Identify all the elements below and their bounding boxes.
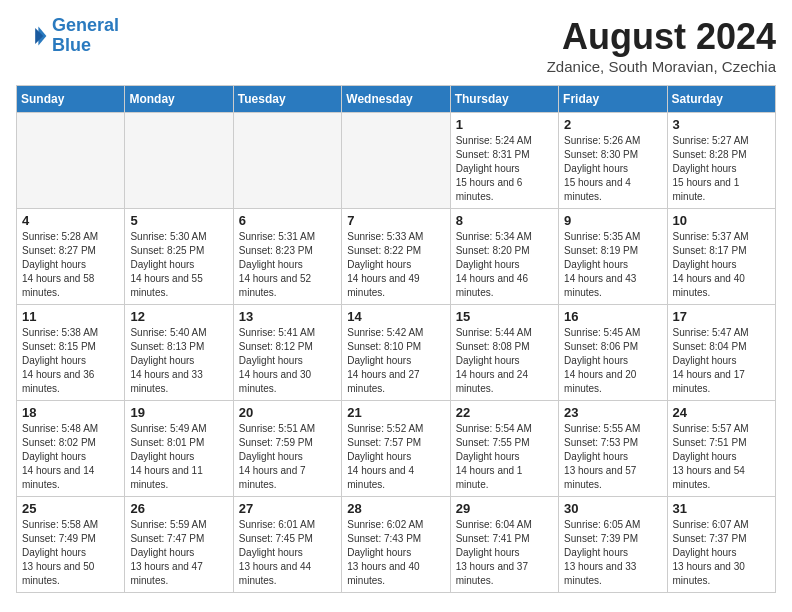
- day-header-friday: Friday: [559, 86, 667, 113]
- calendar-cell: 15Sunrise: 5:44 AMSunset: 8:08 PMDayligh…: [450, 305, 558, 401]
- cell-info: Sunrise: 5:42 AMSunset: 8:10 PMDaylight …: [347, 326, 444, 396]
- cell-info: Sunrise: 5:38 AMSunset: 8:15 PMDaylight …: [22, 326, 119, 396]
- calendar-cell: 1Sunrise: 5:24 AMSunset: 8:31 PMDaylight…: [450, 113, 558, 209]
- cell-info: Sunrise: 5:44 AMSunset: 8:08 PMDaylight …: [456, 326, 553, 396]
- cell-info: Sunrise: 5:34 AMSunset: 8:20 PMDaylight …: [456, 230, 553, 300]
- cell-info: Sunrise: 6:04 AMSunset: 7:41 PMDaylight …: [456, 518, 553, 588]
- calendar-cell: 23Sunrise: 5:55 AMSunset: 7:53 PMDayligh…: [559, 401, 667, 497]
- week-row-1: 1Sunrise: 5:24 AMSunset: 8:31 PMDaylight…: [17, 113, 776, 209]
- cell-info: Sunrise: 5:33 AMSunset: 8:22 PMDaylight …: [347, 230, 444, 300]
- cell-info: Sunrise: 5:45 AMSunset: 8:06 PMDaylight …: [564, 326, 661, 396]
- calendar-cell: 11Sunrise: 5:38 AMSunset: 8:15 PMDayligh…: [17, 305, 125, 401]
- day-number: 16: [564, 309, 661, 324]
- calendar-cell: 7Sunrise: 5:33 AMSunset: 8:22 PMDaylight…: [342, 209, 450, 305]
- day-number: 9: [564, 213, 661, 228]
- day-header-thursday: Thursday: [450, 86, 558, 113]
- week-row-5: 25Sunrise: 5:58 AMSunset: 7:49 PMDayligh…: [17, 497, 776, 593]
- calendar-cell: 4Sunrise: 5:28 AMSunset: 8:27 PMDaylight…: [17, 209, 125, 305]
- cell-info: Sunrise: 5:27 AMSunset: 8:28 PMDaylight …: [673, 134, 770, 204]
- week-row-2: 4Sunrise: 5:28 AMSunset: 8:27 PMDaylight…: [17, 209, 776, 305]
- day-number: 17: [673, 309, 770, 324]
- day-number: 31: [673, 501, 770, 516]
- day-header-monday: Monday: [125, 86, 233, 113]
- calendar-cell: 13Sunrise: 5:41 AMSunset: 8:12 PMDayligh…: [233, 305, 341, 401]
- day-number: 28: [347, 501, 444, 516]
- day-number: 5: [130, 213, 227, 228]
- day-number: 27: [239, 501, 336, 516]
- calendar-cell: 3Sunrise: 5:27 AMSunset: 8:28 PMDaylight…: [667, 113, 775, 209]
- calendar-cell: 16Sunrise: 5:45 AMSunset: 8:06 PMDayligh…: [559, 305, 667, 401]
- logo-icon: [16, 20, 48, 52]
- cell-info: Sunrise: 5:26 AMSunset: 8:30 PMDaylight …: [564, 134, 661, 204]
- calendar-cell: 14Sunrise: 5:42 AMSunset: 8:10 PMDayligh…: [342, 305, 450, 401]
- cell-info: Sunrise: 5:57 AMSunset: 7:51 PMDaylight …: [673, 422, 770, 492]
- cell-info: Sunrise: 5:40 AMSunset: 8:13 PMDaylight …: [130, 326, 227, 396]
- calendar-cell: 20Sunrise: 5:51 AMSunset: 7:59 PMDayligh…: [233, 401, 341, 497]
- calendar-cell: 17Sunrise: 5:47 AMSunset: 8:04 PMDayligh…: [667, 305, 775, 401]
- title-block: August 2024 Zdanice, South Moravian, Cze…: [547, 16, 776, 75]
- day-number: 20: [239, 405, 336, 420]
- day-number: 26: [130, 501, 227, 516]
- calendar-cell: 5Sunrise: 5:30 AMSunset: 8:25 PMDaylight…: [125, 209, 233, 305]
- logo-text: General Blue: [52, 16, 119, 56]
- day-number: 7: [347, 213, 444, 228]
- day-number: 11: [22, 309, 119, 324]
- calendar-cell: 31Sunrise: 6:07 AMSunset: 7:37 PMDayligh…: [667, 497, 775, 593]
- day-number: 23: [564, 405, 661, 420]
- calendar-cell: 21Sunrise: 5:52 AMSunset: 7:57 PMDayligh…: [342, 401, 450, 497]
- day-number: 3: [673, 117, 770, 132]
- week-row-4: 18Sunrise: 5:48 AMSunset: 8:02 PMDayligh…: [17, 401, 776, 497]
- day-number: 8: [456, 213, 553, 228]
- week-row-3: 11Sunrise: 5:38 AMSunset: 8:15 PMDayligh…: [17, 305, 776, 401]
- cell-info: Sunrise: 6:05 AMSunset: 7:39 PMDaylight …: [564, 518, 661, 588]
- day-number: 19: [130, 405, 227, 420]
- calendar-cell: 6Sunrise: 5:31 AMSunset: 8:23 PMDaylight…: [233, 209, 341, 305]
- calendar-cell: 22Sunrise: 5:54 AMSunset: 7:55 PMDayligh…: [450, 401, 558, 497]
- cell-info: Sunrise: 5:24 AMSunset: 8:31 PMDaylight …: [456, 134, 553, 204]
- cell-info: Sunrise: 5:47 AMSunset: 8:04 PMDaylight …: [673, 326, 770, 396]
- calendar-cell: 28Sunrise: 6:02 AMSunset: 7:43 PMDayligh…: [342, 497, 450, 593]
- calendar-cell: 2Sunrise: 5:26 AMSunset: 8:30 PMDaylight…: [559, 113, 667, 209]
- calendar-cell: 19Sunrise: 5:49 AMSunset: 8:01 PMDayligh…: [125, 401, 233, 497]
- calendar-cell: 12Sunrise: 5:40 AMSunset: 8:13 PMDayligh…: [125, 305, 233, 401]
- day-number: 21: [347, 405, 444, 420]
- cell-info: Sunrise: 6:07 AMSunset: 7:37 PMDaylight …: [673, 518, 770, 588]
- cell-info: Sunrise: 5:31 AMSunset: 8:23 PMDaylight …: [239, 230, 336, 300]
- day-number: 22: [456, 405, 553, 420]
- cell-info: Sunrise: 5:49 AMSunset: 8:01 PMDaylight …: [130, 422, 227, 492]
- logo: General Blue: [16, 16, 119, 56]
- day-header-wednesday: Wednesday: [342, 86, 450, 113]
- month-year: August 2024: [547, 16, 776, 58]
- day-number: 30: [564, 501, 661, 516]
- day-number: 12: [130, 309, 227, 324]
- day-number: 29: [456, 501, 553, 516]
- calendar-cell: 24Sunrise: 5:57 AMSunset: 7:51 PMDayligh…: [667, 401, 775, 497]
- calendar-cell: 29Sunrise: 6:04 AMSunset: 7:41 PMDayligh…: [450, 497, 558, 593]
- day-number: 13: [239, 309, 336, 324]
- cell-info: Sunrise: 6:01 AMSunset: 7:45 PMDaylight …: [239, 518, 336, 588]
- day-number: 10: [673, 213, 770, 228]
- cell-info: Sunrise: 5:28 AMSunset: 8:27 PMDaylight …: [22, 230, 119, 300]
- cell-info: Sunrise: 5:55 AMSunset: 7:53 PMDaylight …: [564, 422, 661, 492]
- cell-info: Sunrise: 5:48 AMSunset: 8:02 PMDaylight …: [22, 422, 119, 492]
- cell-info: Sunrise: 5:58 AMSunset: 7:49 PMDaylight …: [22, 518, 119, 588]
- day-number: 1: [456, 117, 553, 132]
- calendar-cell: 26Sunrise: 5:59 AMSunset: 7:47 PMDayligh…: [125, 497, 233, 593]
- calendar-cell: 30Sunrise: 6:05 AMSunset: 7:39 PMDayligh…: [559, 497, 667, 593]
- day-number: 2: [564, 117, 661, 132]
- day-number: 15: [456, 309, 553, 324]
- day-number: 4: [22, 213, 119, 228]
- cell-info: Sunrise: 5:52 AMSunset: 7:57 PMDaylight …: [347, 422, 444, 492]
- day-number: 24: [673, 405, 770, 420]
- calendar-cell: [342, 113, 450, 209]
- calendar-table: SundayMondayTuesdayWednesdayThursdayFrid…: [16, 85, 776, 593]
- cell-info: Sunrise: 5:30 AMSunset: 8:25 PMDaylight …: [130, 230, 227, 300]
- calendar-cell: [233, 113, 341, 209]
- day-number: 14: [347, 309, 444, 324]
- cell-info: Sunrise: 5:37 AMSunset: 8:17 PMDaylight …: [673, 230, 770, 300]
- day-number: 18: [22, 405, 119, 420]
- cell-info: Sunrise: 5:51 AMSunset: 7:59 PMDaylight …: [239, 422, 336, 492]
- cell-info: Sunrise: 5:35 AMSunset: 8:19 PMDaylight …: [564, 230, 661, 300]
- day-header-sunday: Sunday: [17, 86, 125, 113]
- calendar-cell: 27Sunrise: 6:01 AMSunset: 7:45 PMDayligh…: [233, 497, 341, 593]
